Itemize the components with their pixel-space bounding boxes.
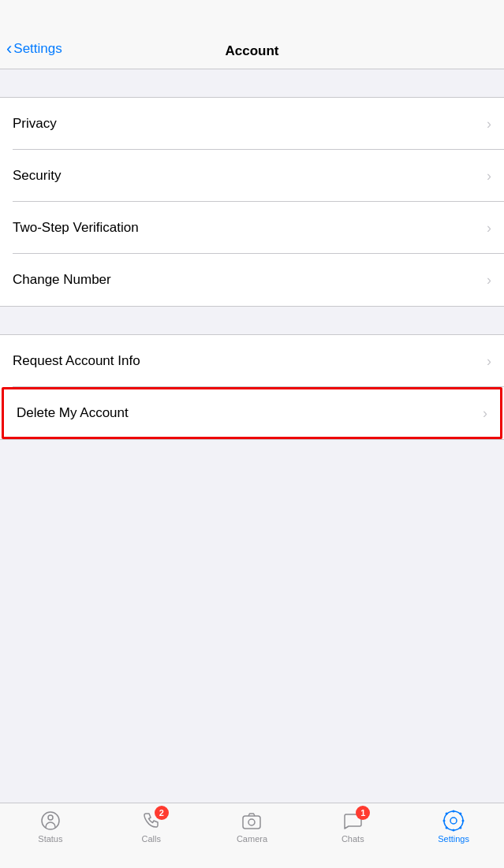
chats-icon: 1 bbox=[342, 810, 364, 832]
menu-item-request-info-label: Request Account Info bbox=[13, 353, 140, 369]
menu-item-request-info[interactable]: Request Account Info › bbox=[0, 335, 504, 387]
menu-item-security[interactable]: Security › bbox=[0, 150, 504, 202]
svg-rect-2 bbox=[243, 816, 260, 829]
svg-point-6 bbox=[453, 810, 455, 813]
tab-chats-label: Chats bbox=[342, 834, 364, 844]
tab-status-label: Status bbox=[38, 834, 62, 844]
svg-point-8 bbox=[443, 820, 446, 822]
tab-camera[interactable]: Camera bbox=[202, 810, 303, 844]
chevron-right-icon: › bbox=[487, 116, 491, 132]
svg-point-9 bbox=[462, 820, 465, 822]
menu-item-change-number-label: Change Number bbox=[13, 272, 111, 288]
svg-point-13 bbox=[446, 826, 448, 829]
back-chevron-icon: ‹ bbox=[6, 39, 12, 59]
menu-item-privacy[interactable]: Privacy › bbox=[0, 98, 504, 150]
calls-icon: 2 bbox=[140, 810, 162, 832]
svg-point-11 bbox=[459, 826, 461, 829]
calls-badge: 2 bbox=[155, 806, 169, 820]
chevron-right-icon: › bbox=[487, 220, 491, 237]
chevron-right-icon: › bbox=[487, 168, 491, 184]
svg-point-12 bbox=[459, 813, 461, 815]
section-gap-top bbox=[0, 69, 504, 97]
menu-item-delete-account-label: Delete My Account bbox=[17, 405, 129, 421]
chevron-right-icon: › bbox=[483, 405, 487, 422]
menu-group-2: Request Account Info › Delete My Account… bbox=[0, 334, 504, 440]
tab-status[interactable]: Status bbox=[0, 810, 101, 844]
menu-item-privacy-label: Privacy bbox=[13, 116, 57, 132]
section-gap-middle bbox=[0, 307, 504, 334]
svg-point-10 bbox=[446, 813, 448, 815]
chevron-right-icon: › bbox=[487, 353, 491, 370]
back-label: Settings bbox=[13, 41, 62, 57]
svg-point-7 bbox=[453, 829, 455, 832]
tab-bar: Status 2 Calls Camera 1 Chats bbox=[0, 803, 504, 868]
settings-icon bbox=[442, 810, 465, 832]
page-title: Account bbox=[226, 43, 279, 59]
menu-item-change-number[interactable]: Change Number › bbox=[0, 254, 504, 306]
menu-item-delete-account[interactable]: Delete My Account › bbox=[2, 387, 502, 439]
svg-point-3 bbox=[248, 819, 255, 825]
menu-item-two-step-label: Two-Step Verification bbox=[13, 220, 139, 236]
svg-point-1 bbox=[48, 815, 53, 820]
camera-icon bbox=[241, 810, 263, 832]
svg-point-5 bbox=[450, 818, 457, 824]
chats-badge: 1 bbox=[356, 806, 370, 820]
navigation-bar: ‹ Settings Account bbox=[0, 0, 504, 69]
status-icon bbox=[39, 810, 62, 832]
menu-group-1: Privacy › Security › Two-Step Verificati… bbox=[0, 97, 504, 307]
tab-calls-label: Calls bbox=[141, 834, 160, 844]
tab-settings[interactable]: Settings bbox=[403, 810, 504, 844]
tab-camera-label: Camera bbox=[237, 834, 267, 844]
tab-chats[interactable]: 1 Chats bbox=[302, 810, 403, 844]
tab-settings-label: Settings bbox=[438, 834, 469, 844]
chevron-right-icon: › bbox=[487, 272, 491, 289]
menu-item-two-step[interactable]: Two-Step Verification › bbox=[0, 202, 504, 254]
tab-calls[interactable]: 2 Calls bbox=[101, 810, 202, 844]
menu-item-security-label: Security bbox=[13, 168, 61, 184]
